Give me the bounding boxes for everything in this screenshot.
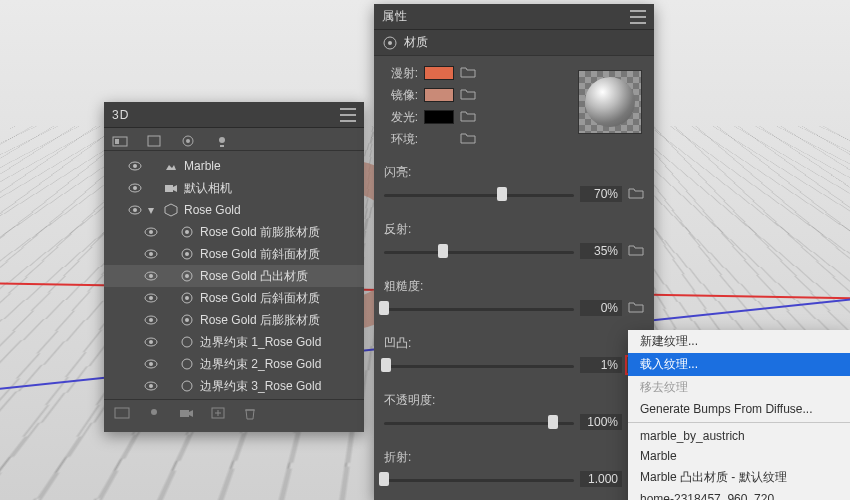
svg-point-5 [219, 137, 225, 143]
refract-value[interactable]: 1.000 [580, 471, 622, 487]
reflect-texture-folder-icon[interactable] [628, 244, 644, 258]
menu-item-3[interactable]: Generate Bumps From Diffuse... [628, 399, 850, 419]
tool-light-icon[interactable] [144, 404, 164, 422]
tool-camera-icon[interactable] [176, 404, 196, 422]
rough-slider[interactable]: 0% [384, 295, 644, 321]
visibility-eye-icon[interactable] [144, 247, 158, 261]
menu-item-1[interactable]: 载入纹理... [628, 353, 850, 376]
tree-item-9[interactable]: 边界约束 2_Rose Gold [104, 353, 364, 375]
diffuse-swatch[interactable] [424, 66, 454, 80]
visibility-eye-icon[interactable] [144, 379, 158, 393]
panel-3d-title: 3D [112, 108, 340, 122]
tree-item-label: Rose Gold 凸出材质 [200, 268, 308, 285]
material-icon [180, 291, 194, 305]
tree-item-10[interactable]: 边界约束 3_Rose Gold [104, 375, 364, 397]
tree-item-6[interactable]: Rose Gold 后斜面材质 [104, 287, 364, 309]
tree-item-5[interactable]: Rose Gold 凸出材质 [104, 265, 364, 287]
tree-item-1[interactable]: 默认相机 [104, 177, 364, 199]
visibility-eye-icon[interactable] [144, 225, 158, 239]
opacity-value[interactable]: 100% [580, 414, 622, 430]
svg-point-32 [185, 318, 189, 322]
svg-point-4 [186, 139, 190, 143]
svg-rect-1 [115, 139, 119, 144]
tree-item-7[interactable]: Rose Gold 后膨胀材质 [104, 309, 364, 331]
svg-rect-2 [148, 136, 160, 146]
menu-recent-0[interactable]: marble_by_austrich [628, 426, 850, 446]
svg-point-37 [149, 362, 153, 366]
visibility-eye-icon[interactable] [144, 269, 158, 283]
menu-item-2: 移去纹理 [628, 376, 850, 399]
svg-point-18 [149, 252, 153, 256]
svg-point-24 [185, 274, 189, 278]
tree-item-2[interactable]: ▾Rose Gold [104, 199, 364, 221]
tree-item-3[interactable]: Rose Gold 前膨胀材质 [104, 221, 364, 243]
visibility-eye-icon[interactable] [144, 357, 158, 371]
shine-texture-folder-icon[interactable] [628, 187, 644, 201]
svg-point-14 [149, 230, 153, 234]
material-icon [180, 247, 194, 261]
material-icon [180, 269, 194, 283]
bump-label: 凹凸: [384, 335, 644, 352]
tree-item-label: Rose Gold [184, 203, 241, 217]
glow-swatch[interactable] [424, 110, 454, 124]
diffuse-texture-icon[interactable] [460, 66, 476, 80]
constraint-icon [180, 335, 194, 349]
filter-scene-icon[interactable] [110, 132, 130, 150]
filter-meshes-icon[interactable] [144, 132, 164, 150]
material-preview-thumb[interactable] [578, 70, 642, 134]
rough-texture-folder-icon[interactable] [628, 301, 644, 315]
panel-3d: 3D Marble默认相机▾Rose GoldRose Gold 前膨胀材质Ro… [104, 102, 364, 432]
tree-item-label: Rose Gold 后斜面材质 [200, 290, 320, 307]
material-icon [180, 225, 194, 239]
tree-item-label: 默认相机 [184, 180, 232, 197]
visibility-eye-icon[interactable] [144, 291, 158, 305]
tool-add-icon[interactable] [208, 404, 228, 422]
visibility-eye-icon[interactable] [128, 159, 142, 173]
tree-item-0[interactable]: Marble [104, 155, 364, 177]
properties-mode-label: 材质 [404, 34, 428, 51]
refract-slider[interactable]: 1.000 [384, 466, 644, 492]
svg-rect-10 [165, 185, 173, 192]
visibility-eye-icon[interactable] [144, 313, 158, 327]
opacity-label: 不透明度: [384, 392, 644, 409]
tree-item-label: 边界约束 1_Rose Gold [200, 334, 321, 351]
tree-item-4[interactable]: Rose Gold 前斜面材质 [104, 243, 364, 265]
visibility-eye-icon[interactable] [144, 335, 158, 349]
tree-item-label: Rose Gold 前膨胀材质 [200, 224, 320, 241]
panel-menu-icon[interactable] [340, 108, 356, 122]
panel-menu-icon[interactable] [630, 10, 646, 24]
bump-value[interactable]: 1% [580, 357, 622, 373]
menu-recent-1[interactable]: Marble [628, 446, 850, 466]
glow-texture-icon[interactable] [460, 110, 476, 124]
panel-3d-filter-tabs [104, 128, 364, 151]
chevron-down-icon[interactable]: ▾ [148, 203, 158, 217]
reflect-slider[interactable]: 35% [384, 238, 644, 264]
specular-texture-icon[interactable] [460, 88, 476, 102]
specular-swatch[interactable] [424, 88, 454, 102]
svg-point-7 [133, 164, 137, 168]
tool-render-icon[interactable] [112, 404, 132, 422]
scene-icon [164, 159, 178, 173]
filter-lights-icon[interactable] [212, 132, 232, 150]
filter-materials-icon[interactable] [178, 132, 198, 150]
tool-delete-icon[interactable] [240, 404, 260, 422]
svg-point-38 [182, 359, 192, 369]
opacity-slider[interactable]: 100% [384, 409, 644, 435]
scene-tree: Marble默认相机▾Rose GoldRose Gold 前膨胀材质Rose … [104, 151, 364, 399]
reflect-value[interactable]: 35% [580, 243, 622, 259]
svg-point-26 [149, 296, 153, 300]
shine-value[interactable]: 70% [580, 186, 622, 202]
menu-recent-3[interactable]: home-2318457_960_720 [628, 489, 850, 500]
bump-slider[interactable]: 1% [384, 352, 644, 378]
env-texture-icon[interactable] [460, 132, 476, 146]
menu-recent-2[interactable]: Marble 凸出材质 - 默认纹理 [628, 466, 850, 489]
visibility-eye-icon[interactable] [128, 203, 142, 217]
shine-slider[interactable]: 70% [384, 181, 644, 207]
svg-point-16 [185, 230, 189, 234]
svg-point-12 [133, 208, 137, 212]
menu-item-0[interactable]: 新建纹理... [628, 330, 850, 353]
shine-label: 闪亮: [384, 164, 644, 181]
visibility-eye-icon[interactable] [128, 181, 142, 195]
rough-value[interactable]: 0% [580, 300, 622, 316]
tree-item-8[interactable]: 边界约束 1_Rose Gold [104, 331, 364, 353]
